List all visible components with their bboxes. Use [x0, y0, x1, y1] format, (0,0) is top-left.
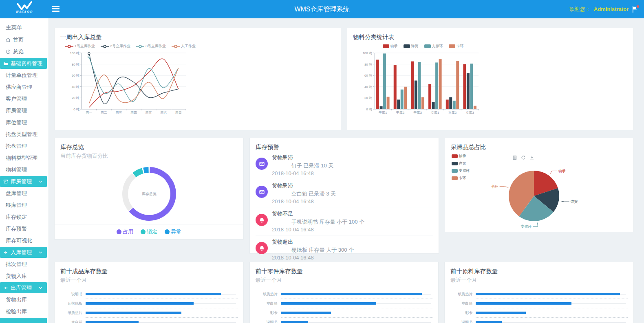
sidebar-item[interactable]: 供应商管理 — [0, 81, 49, 93]
hbar-row-label: 说明书 — [60, 292, 86, 297]
legend-item[interactable]: 人工作业 — [172, 44, 196, 49]
chevron-down-icon — [38, 286, 44, 290]
username[interactable]: Administrator — [594, 6, 629, 12]
hbar-bar[interactable] — [476, 293, 620, 295]
bar-legend-marker — [383, 44, 389, 48]
hbar-row: 说明书 — [256, 318, 433, 323]
svg-text:20 吨: 20 吨 — [72, 96, 79, 100]
sidebar-item[interactable] — [0, 318, 47, 323]
hbar-row: 空白箱 — [256, 299, 433, 308]
sidebar-item[interactable]: 库存可视化 — [0, 235, 49, 246]
legend-item[interactable]: 弹簧 — [404, 44, 419, 49]
hbar-row: 说明书 — [450, 318, 628, 323]
svg-text:100 吨: 100 吨 — [362, 51, 372, 55]
alert-item[interactable]: 货物呆滞空白箱 已呆滞 3 天2018-10-04 16:48 — [256, 179, 433, 207]
alert-description: 空白箱 已呆滞 3 天 — [291, 190, 433, 198]
envelope-icon — [256, 186, 268, 198]
legend-item[interactable]: 锁定 — [141, 228, 157, 235]
sidebar-item[interactable]: 库存预警 — [0, 223, 49, 235]
svg-text:60 吨: 60 吨 — [72, 74, 79, 77]
chevron-down-icon — [38, 250, 44, 255]
folder-icon — [3, 61, 9, 66]
hbar-bar[interactable] — [86, 321, 139, 323]
sidebar-item-label: 检验出库 — [6, 308, 27, 315]
sidebar-item[interactable]: 检验出库 — [0, 305, 49, 317]
page-title: WMS仓库管理系统 — [0, 0, 644, 18]
hbar-bar[interactable] — [281, 321, 308, 323]
legend-item[interactable]: 1号立库作业 — [65, 44, 95, 49]
sidebar-item[interactable]: 库存锁定 — [0, 211, 49, 223]
sidebar-item[interactable]: 首页 — [0, 34, 49, 46]
sidebar-item[interactable]: 托盘管理 — [0, 140, 49, 152]
card-top-finished: 前十成品库存数量 最近一个月 说明书瓦楞纸板纸质垫片空白箱 — [54, 262, 244, 323]
sidebar-item-label: 盘库管理 — [6, 190, 27, 197]
line-legend-marker — [136, 45, 144, 48]
sidebar-item-label: 入库管理 — [11, 249, 32, 256]
sidebar-item[interactable]: 批次管理 — [0, 258, 49, 270]
sidebar-item[interactable]: 货物出库 — [0, 294, 49, 305]
sidebar-item[interactable]: 入库管理 — [0, 247, 47, 258]
legend-item[interactable]: 占用 — [117, 228, 133, 235]
hbar-row-label: 彩卡 — [256, 310, 281, 316]
hbar-row-zone — [476, 290, 628, 299]
donut-legend-marker — [117, 229, 121, 234]
sidebar-item[interactable]: 物料类型管理 — [0, 152, 49, 164]
card-top-raw: 前十原料库存数量 最近一个月 纸质垫片空白箱彩卡说明书 — [444, 262, 634, 323]
hbar-bar[interactable] — [86, 312, 181, 314]
hbar-bar[interactable] — [86, 302, 194, 305]
bell-icon — [256, 242, 268, 254]
sidebar-item[interactable]: 总览 — [0, 46, 49, 57]
hbar-bar[interactable] — [476, 321, 501, 323]
sidebar-item[interactable]: 物料管理 — [0, 164, 49, 176]
sidebar-item[interactable]: 移库管理 — [0, 199, 49, 211]
svg-text:周四: 周四 — [130, 111, 137, 114]
alert-item[interactable]: 货物不足手机说明书 库存量 小于 100 个2018-10-04 16:48 — [256, 207, 433, 235]
legend-item[interactable]: 2号立库作业 — [101, 44, 130, 49]
legend-item[interactable]: 异常 — [165, 228, 181, 235]
chart-title: 前十成品库存数量 — [60, 268, 238, 275]
sidebar-item[interactable]: 计量单位管理 — [0, 69, 49, 81]
sidebar-item[interactable]: 货物入库 — [0, 270, 49, 282]
hbar-row-zone — [476, 299, 628, 308]
legend-item[interactable]: 轴承 — [383, 44, 398, 49]
alert-item[interactable]: 货物呆滞钉子 已呆滞 10 天2018-10-04 16:48 — [256, 151, 433, 179]
bar-legend-marker — [449, 44, 455, 48]
svg-text:库存总览: 库存总览 — [142, 192, 157, 196]
overview-icon — [6, 49, 11, 54]
hbar-bar[interactable] — [476, 302, 571, 305]
envelope-icon — [259, 189, 265, 195]
sidebar-item[interactable]: 库房管理 — [0, 105, 49, 116]
hbar-bar[interactable] — [281, 293, 422, 295]
alert-title: 货物不足 — [272, 210, 433, 218]
legend-item[interactable]: 3号立库作业 — [136, 44, 166, 49]
card-material-stats: 物料分类统计表 轴承弹簧支撑环卡环 0 吨20 吨40 吨60 吨80 吨100… — [347, 28, 634, 130]
sidebar-item[interactable]: 出库管理 — [0, 282, 47, 293]
sidebar: 主菜单 首页总览基础资料管理计量单位管理供应商管理客户管理库房管理库位管理托盘类… — [0, 18, 49, 323]
sidebar-item[interactable]: 库房管理 — [0, 176, 47, 187]
legend-item[interactable]: 支撑环 — [424, 44, 443, 49]
sidebar-item[interactable]: 盘库管理 — [0, 187, 49, 199]
home-icon — [6, 37, 11, 42]
sidebar-item[interactable]: 客户管理 — [0, 93, 49, 105]
svg-text:弹簧: 弹簧 — [570, 200, 578, 204]
sidebar-item-label: 基础资料管理 — [11, 60, 42, 67]
sidebar-item[interactable]: 托盘类型管理 — [0, 128, 49, 140]
hbar-row: 纸质垫片 — [60, 308, 238, 318]
hbar-row: 彩卡 — [256, 308, 433, 318]
hbar-row-label: 空白箱 — [60, 320, 86, 323]
card-inventory-alerts: 库存预警 货物呆滞钉子 已呆滞 10 天2018-10-04 16:48货物呆滞… — [249, 138, 439, 254]
alert-item[interactable]: 货物超出硬纸板 库存量 大于 300 个2018-10-04 16:48 — [256, 235, 433, 263]
hbar-bar[interactable] — [281, 312, 331, 314]
chart-title: 物料分类统计表 — [353, 33, 628, 41]
hbar-bar[interactable] — [281, 302, 377, 305]
hbar-bar[interactable] — [476, 312, 526, 314]
hbar-bar[interactable] — [86, 293, 221, 295]
notification-flag-icon[interactable] — [632, 6, 638, 13]
svg-text:支撑环: 支撑环 — [520, 224, 532, 229]
sidebar-item[interactable]: 库位管理 — [0, 116, 49, 128]
svg-text:立库1: 立库1 — [431, 111, 439, 114]
hbar-row: 纸质垫片 — [256, 290, 433, 299]
sidebar-item[interactable]: 基础资料管理 — [0, 58, 47, 69]
material-stats-bar-chart: 0 吨20 吨40 吨60 吨80 吨100 吨平库1平库2平库3立库1立库2立… — [358, 50, 484, 123]
legend-item[interactable]: 卡环 — [449, 44, 464, 49]
